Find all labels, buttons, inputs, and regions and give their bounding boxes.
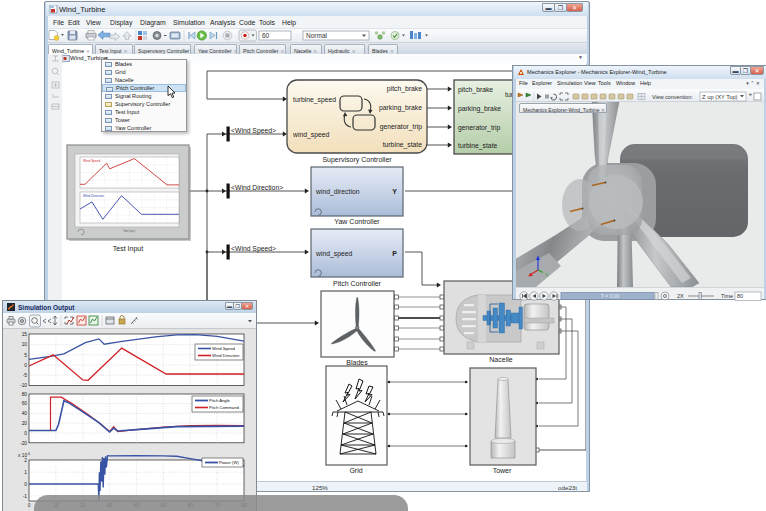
svg-text:P: P <box>392 250 397 257</box>
svg-text:-20: -20 <box>20 441 27 446</box>
svg-text:wind_direction: wind_direction <box>315 188 360 196</box>
svg-text:1: 1 <box>24 470 27 475</box>
svg-text:40: 40 <box>22 411 28 416</box>
svg-text:turbine_speed: turbine_speed <box>293 96 336 104</box>
svg-text:turbine_state: turbine_state <box>458 142 498 150</box>
svg-text:Time: Time <box>721 293 733 299</box>
svg-text:Tower: Tower <box>493 467 512 474</box>
svg-text:Pitch Controller: Pitch Controller <box>333 280 382 287</box>
svg-text:wind_speed: wind_speed <box>315 250 352 258</box>
svg-text:parking_brake: parking_brake <box>458 105 501 113</box>
svg-text:-10: -10 <box>20 383 27 388</box>
svg-text:Test Input: Test Input <box>113 245 143 253</box>
svg-text:15: 15 <box>22 332 28 337</box>
svg-text:Wind Speed: Wind Speed <box>83 159 101 163</box>
svg-text:0: 0 <box>24 482 27 487</box>
svg-text:generator_trip: generator_trip <box>380 123 423 131</box>
svg-text:Y: Y <box>392 188 397 195</box>
svg-text:20: 20 <box>22 421 28 426</box>
svg-text:parking_brake: parking_brake <box>379 104 422 112</box>
svg-text:Time (sec): Time (sec) <box>123 229 135 233</box>
svg-text:Wind Direction: Wind Direction <box>83 194 104 198</box>
svg-text:0: 0 <box>24 363 27 368</box>
svg-text:-5: -5 <box>23 373 28 378</box>
svg-text:60: 60 <box>22 401 28 406</box>
svg-text:-1: -1 <box>23 494 28 499</box>
svg-text:0: 0 <box>24 431 27 436</box>
svg-text:80: 80 <box>737 293 743 299</box>
svg-text:Wind Direction: Wind Direction <box>212 353 240 358</box>
svg-text:Supervisory Controller: Supervisory Controller <box>322 156 392 164</box>
svg-text:<Wind Speed>: <Wind Speed> <box>231 127 276 135</box>
svg-text:2X: 2X <box>677 293 684 299</box>
svg-text:60: 60 <box>262 32 270 39</box>
svg-text:80: 80 <box>22 392 28 397</box>
svg-text:Normal: Normal <box>306 32 328 39</box>
svg-text:6: 6 <box>28 452 30 456</box>
svg-text:Pitch Command: Pitch Command <box>209 405 239 410</box>
svg-text:Power (W): Power (W) <box>219 460 239 465</box>
svg-text:10: 10 <box>22 342 28 347</box>
svg-text:wind_speed: wind_speed <box>292 131 329 139</box>
svg-text:turbine_state: turbine_state <box>383 141 423 149</box>
svg-text:Yaw Controller: Yaw Controller <box>334 218 380 225</box>
svg-text:pitch_brake: pitch_brake <box>458 86 493 94</box>
svg-text:Z up (XY Top): Z up (XY Top) <box>702 94 738 100</box>
svg-text:x 10: x 10 <box>18 453 27 458</box>
svg-text:generator_trip: generator_trip <box>458 124 501 132</box>
svg-text:❞: ❞ <box>749 93 752 99</box>
svg-text:Wind Speed: Wind Speed <box>212 346 235 351</box>
svg-text:<Wind Speed>: <Wind Speed> <box>231 245 276 253</box>
svg-text:pitch_brake: pitch_brake <box>387 85 422 93</box>
svg-text:Blades: Blades <box>346 359 368 366</box>
svg-text:Grid: Grid <box>349 467 362 474</box>
svg-text:Nacelle: Nacelle <box>489 356 512 363</box>
svg-text:5: 5 <box>24 353 27 358</box>
svg-text:Pitch Angle: Pitch Angle <box>209 398 231 403</box>
svg-text:T = 0.00: T = 0.00 <box>601 293 620 299</box>
svg-text:0: 0 <box>28 503 31 508</box>
svg-text:2: 2 <box>24 458 27 463</box>
svg-text:View convention:: View convention: <box>652 94 693 100</box>
svg-text:<Wind Direction>: <Wind Direction> <box>231 184 283 191</box>
